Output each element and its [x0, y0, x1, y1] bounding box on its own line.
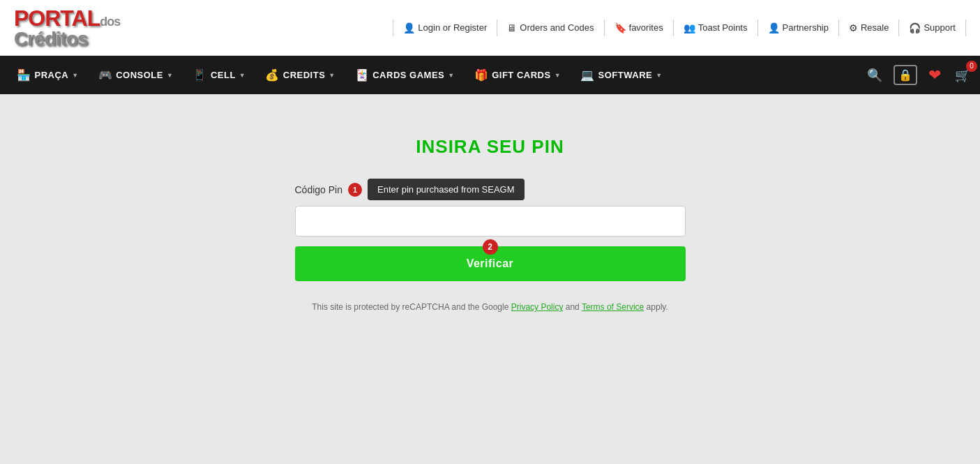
nav-console[interactable]: 🎮 CONSOLE ▼ — [89, 56, 183, 94]
pin-input[interactable] — [295, 206, 686, 237]
logo-creditos: Créditos — [14, 29, 120, 49]
account-button[interactable]: 🔒 — [894, 65, 917, 85]
wishlist-button[interactable]: ❤ — [926, 63, 944, 87]
nav-credits[interactable]: 💰 CREDITS ▼ — [255, 56, 345, 94]
nav-actions: 🔍 🔒 ❤ 🛒 0 — [864, 63, 973, 87]
nav-software[interactable]: 💻 SOFTWARE ▼ — [571, 56, 672, 94]
nav-resale-label: Resale — [861, 22, 889, 33]
nav-praca[interactable]: 🏪 PRAÇA ▼ — [7, 56, 89, 94]
nav-support-label: Support — [924, 22, 956, 33]
pin-form: Código Pin 1 Enter pin purchased from SE… — [295, 179, 686, 312]
nav-software-label: SOFTWARE — [598, 70, 653, 80]
favorites-icon: 🔖 — [615, 22, 626, 33]
logo-portal: PORTAL — [14, 6, 100, 31]
main-navigation: 🏪 PRAÇA ▼ 🎮 CONSOLE ▼ 📱 CELL ▼ 💰 CREDITS… — [0, 56, 980, 94]
nav-credits-label: CREDITS — [283, 70, 326, 80]
nav-orders[interactable]: 🖥 Orders and Codes — [497, 20, 604, 36]
nav-login-label: Login or Register — [418, 22, 487, 33]
nav-favorites[interactable]: 🔖 favorites — [605, 20, 674, 36]
top-header: PORTALdos Créditos 👤 Login or Register 🖥… — [0, 0, 980, 56]
console-icon: 🎮 — [98, 68, 113, 82]
nav-gift-cards[interactable]: 🎁 GIFT CARDS ▼ — [465, 56, 571, 94]
terms-of-service-link[interactable]: Terms of Service — [582, 302, 644, 312]
nav-toast-points[interactable]: 👥 Toast Points — [674, 20, 758, 36]
praca-icon: 🏪 — [17, 68, 31, 82]
cart-button[interactable]: 🛒 0 — [952, 65, 973, 86]
nav-gift-cards-label: GIFT CARDS — [492, 70, 550, 80]
nav-cell[interactable]: 📱 CELL ▼ — [183, 56, 255, 94]
seagm-tooltip: Enter pin purchased from SEAGM — [368, 179, 525, 200]
codigo-pin-label: Código Pin — [295, 184, 343, 195]
login-icon: 👤 — [403, 22, 415, 33]
gift-cards-icon: 🎁 — [474, 68, 489, 82]
nav-orders-label: Orders and Codes — [520, 22, 594, 33]
nav-login[interactable]: 👤 Login or Register — [393, 20, 497, 36]
page-title: INSIRA SEU PIN — [416, 136, 564, 158]
nav-resale[interactable]: ⚙ Resale — [839, 20, 899, 36]
nav-partnership-label: Partnership — [783, 22, 829, 33]
logo-dos: dos — [100, 15, 120, 29]
software-icon: 💻 — [580, 68, 595, 82]
top-navigation: 👤 Login or Register 🖥 Orders and Codes 🔖… — [393, 20, 966, 36]
step-2-badge: 2 — [483, 239, 498, 255]
cart-badge: 0 — [966, 61, 977, 72]
privacy-policy-link[interactable]: Privacy Policy — [511, 302, 564, 312]
credits-chevron-icon: ▼ — [329, 72, 335, 79]
main-content: INSIRA SEU PIN Código Pin 1 Enter pin pu… — [0, 94, 980, 340]
orders-icon: 🖥 — [507, 22, 517, 33]
nav-cards-games-label: CARDS GAMES — [372, 70, 444, 80]
cell-chevron-icon: ▼ — [239, 72, 246, 79]
cell-icon: 📱 — [193, 68, 207, 82]
verify-button-row: 2 Verificar — [295, 246, 686, 281]
resale-icon: ⚙ — [849, 22, 858, 33]
search-button[interactable]: 🔍 — [864, 65, 885, 86]
nav-toast-points-label: Toast Points — [698, 22, 748, 33]
gift-cards-chevron-icon: ▼ — [555, 72, 561, 79]
toast-points-icon: 👥 — [684, 22, 695, 33]
praca-chevron-icon: ▼ — [72, 72, 78, 79]
cards-games-chevron-icon: ▼ — [448, 72, 454, 79]
nav-cards-games[interactable]: 🃏 CARDS GAMES ▼ — [345, 56, 465, 94]
support-icon: 🎧 — [909, 22, 921, 33]
nav-partnership[interactable]: 👤 Partnership — [758, 20, 839, 36]
partnership-icon: 👤 — [768, 22, 780, 33]
logo[interactable]: PORTALdos Créditos — [14, 7, 120, 49]
nav-console-label: CONSOLE — [116, 70, 163, 80]
credits-icon: 💰 — [265, 68, 280, 82]
step-1-badge: 1 — [348, 183, 362, 197]
console-chevron-icon: ▼ — [167, 72, 173, 79]
cards-games-icon: 🃏 — [355, 68, 370, 82]
nav-support[interactable]: 🎧 Support — [899, 20, 966, 36]
recaptcha-notice: This site is protected by reCAPTCHA and … — [295, 302, 686, 312]
nav-praca-label: PRAÇA — [35, 70, 69, 80]
form-label-row: Código Pin 1 Enter pin purchased from SE… — [295, 179, 686, 200]
nav-favorites-label: favorites — [629, 22, 663, 33]
nav-cell-label: CELL — [211, 70, 236, 80]
software-chevron-icon: ▼ — [656, 72, 662, 79]
